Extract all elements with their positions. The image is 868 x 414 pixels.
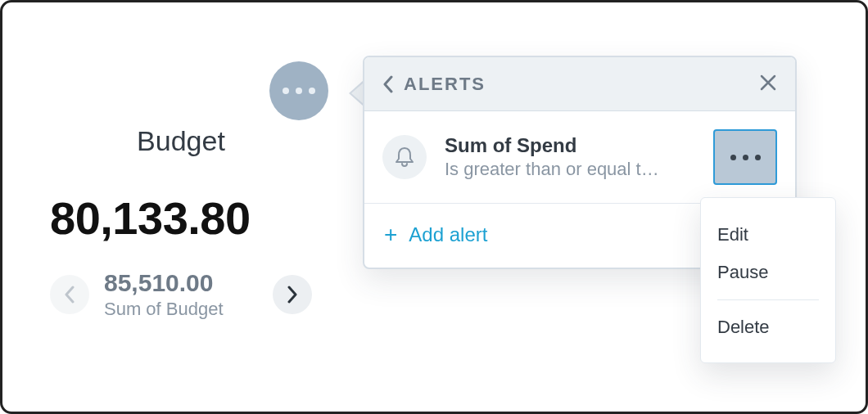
budget-panel: Budget 80,133.80 85,510.00 Sum of Budget bbox=[50, 125, 312, 320]
chevron-left-icon bbox=[382, 75, 394, 93]
more-dots-icon bbox=[283, 88, 289, 94]
alert-more-button[interactable] bbox=[713, 129, 777, 185]
alert-row: Sum of Spend Is greater than or equal t… bbox=[364, 111, 795, 204]
budget-value: 80,133.80 bbox=[50, 191, 312, 245]
chevron-left-icon bbox=[64, 286, 75, 304]
card-frame: Budget 80,133.80 85,510.00 Sum of Budget… bbox=[0, 0, 868, 414]
plus-icon: + bbox=[384, 222, 397, 248]
back-button[interactable]: ALERTS bbox=[382, 74, 486, 95]
add-alert-label: Add alert bbox=[409, 223, 487, 246]
next-button[interactable] bbox=[273, 275, 312, 314]
budget-nav-row: 85,510.00 Sum of Budget bbox=[50, 269, 312, 320]
alert-condition: Is greater than or equal t… bbox=[445, 159, 698, 180]
popover-title: ALERTS bbox=[404, 74, 486, 95]
bell-icon bbox=[382, 135, 427, 179]
popover-header: ALERTS bbox=[364, 57, 795, 111]
menu-edit[interactable]: Edit bbox=[717, 216, 819, 254]
close-icon bbox=[759, 74, 777, 92]
menu-pause[interactable]: Pause bbox=[717, 254, 819, 291]
budget-secondary: 85,510.00 Sum of Budget bbox=[104, 269, 258, 320]
budget-secondary-label: Sum of Budget bbox=[104, 299, 224, 320]
prev-button[interactable] bbox=[50, 275, 89, 314]
card-more-button[interactable] bbox=[269, 61, 328, 120]
menu-divider bbox=[717, 299, 819, 300]
alert-title: Sum of Spend bbox=[445, 134, 707, 157]
context-menu: Edit Pause Delete bbox=[700, 197, 836, 363]
budget-secondary-value: 85,510.00 bbox=[104, 269, 213, 297]
chevron-right-icon bbox=[287, 286, 298, 304]
more-dots-icon bbox=[730, 155, 736, 160]
budget-title: Budget bbox=[50, 125, 312, 157]
close-button[interactable] bbox=[759, 74, 777, 95]
menu-delete[interactable]: Delete bbox=[717, 308, 819, 346]
popover-caret-icon bbox=[349, 80, 364, 106]
alert-text: Sum of Spend Is greater than or equal t… bbox=[445, 134, 707, 180]
